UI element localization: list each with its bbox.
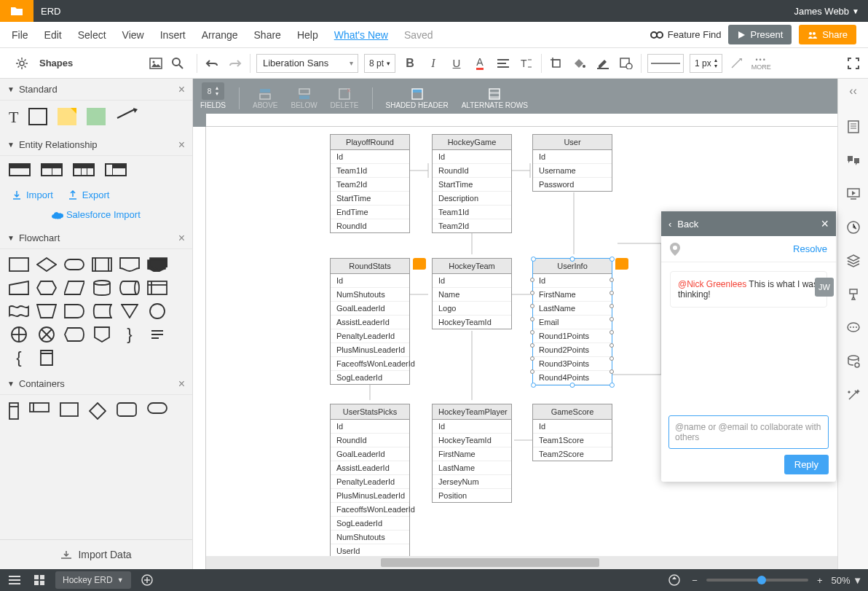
table-field[interactable]: Team1Score [533,434,612,447]
erd-table-userstatspicks[interactable]: UserStatsPicksIdRoundIdGoalLeaderIdAssis… [330,404,410,556]
resolve-link[interactable]: Resolve [793,243,827,254]
table-field[interactable]: HockeyTeamId [433,316,511,329]
table-header[interactable]: UserStatsPicks [331,404,409,420]
zoom-fit-icon[interactable] [666,571,683,589]
table-field[interactable]: UserId [331,544,409,556]
table-header[interactable]: HockeyTeamPlayer [433,404,511,420]
block-shape[interactable] [87,108,106,125]
fc-data[interactable] [64,280,84,296]
ct-pill[interactable] [147,402,167,420]
text-color-icon[interactable]: A [471,55,489,72]
underline-icon[interactable]: U [448,55,465,72]
fc-internal[interactable] [147,280,167,296]
font-size-select[interactable]: 8 pt▾ [364,54,395,73]
zoom-slider[interactable] [706,579,808,582]
table-header[interactable]: GameScore [533,404,612,420]
scrollbar-horizontal[interactable] [206,556,837,569]
rect-shape[interactable] [28,108,47,125]
erd-table-gamescore[interactable]: GameScoreIdTeam1ScoreTeam2Score [532,404,612,461]
list-view-icon[interactable] [6,571,23,589]
delete-field[interactable]: ×DELETE [331,88,359,109]
line-color-icon[interactable] [594,55,612,72]
menu-help[interactable]: Help [297,29,318,41]
fc-direct[interactable] [119,280,140,296]
layers-icon[interactable] [845,252,862,270]
data-link-icon[interactable] [845,353,862,370]
text-format-icon[interactable]: T [518,55,535,72]
present-icon[interactable] [845,185,862,203]
table-field[interactable]: Round3Points [533,357,612,371]
reply-button[interactable]: Reply [784,455,829,474]
note-shape[interactable] [58,108,76,125]
back-label[interactable]: Back [677,219,698,230]
fill-icon[interactable] [571,55,588,72]
magic-icon[interactable] [845,386,862,404]
crop-icon[interactable] [548,55,565,72]
fc-brace[interactable]: } [119,326,140,343]
fc-terminator[interactable] [64,257,84,273]
close-icon[interactable]: × [178,232,185,245]
collapse-icon[interactable]: ‹‹ [849,85,857,102]
er-shape-4[interactable] [105,163,127,176]
close-icon[interactable]: × [821,216,829,232]
table-header[interactable]: PlayoffRound [331,135,409,150]
fc-tape[interactable] [9,303,29,319]
ct-diamond[interactable] [89,402,106,420]
table-field[interactable]: HockeyTeamId [433,434,511,447]
containers-section[interactable]: ▼Containers × [0,373,192,395]
table-field[interactable]: Id [433,420,511,434]
table-field[interactable]: Email [533,316,612,329]
fc-offpage[interactable] [92,326,112,343]
comment-badge[interactable] [413,258,426,270]
document-title[interactable]: ERD [41,6,60,17]
table-field[interactable]: StartTime [331,192,409,206]
chat-icon[interactable] [845,319,862,337]
table-field[interactable]: AssistLeaderId [331,316,409,329]
fc-process[interactable] [9,257,29,273]
page-icon[interactable] [845,118,862,136]
erd-table-user[interactable]: UserIdUsernamePassword [532,134,612,192]
table-field[interactable]: Id [331,150,409,164]
table-field[interactable]: FaceoffsWonLeaderId [331,503,409,517]
table-field[interactable]: PenaltyLeaderId [331,329,409,343]
table-field[interactable]: Id [331,274,409,288]
add-page-icon[interactable] [138,571,156,589]
import-data-button[interactable]: Import Data [0,539,192,569]
table-field[interactable]: AssistLeaderId [331,461,409,475]
menu-file[interactable]: File [12,29,28,41]
er-shape-2[interactable] [41,163,63,176]
image-icon[interactable] [147,55,165,72]
erd-table-playoffround[interactable]: PlayoffRoundIdTeam1IdTeam2IdStartTimeEnd… [330,134,410,233]
table-field[interactable]: Team2Id [331,178,409,192]
flowchart-section[interactable]: ▼Flowchart × [0,227,192,249]
table-field[interactable]: Password [533,178,612,191]
ct-swim-v[interactable] [9,402,19,420]
table-field[interactable]: Username [533,164,612,178]
table-field[interactable]: Team1Id [331,164,409,178]
table-field[interactable]: LastName [533,302,612,316]
back-icon[interactable]: ‹ [668,219,671,230]
text-shape[interactable]: T [9,108,18,127]
erd-table-roundstats[interactable]: RoundStatsIdNumShutoutsGoalLeaderIdAssis… [330,258,410,385]
menu-insert[interactable]: Insert [160,29,186,41]
fc-sum[interactable] [36,326,57,343]
font-select[interactable]: Liberation Sans [256,54,358,73]
italic-icon[interactable]: I [425,55,442,72]
history-icon[interactable] [845,219,862,236]
comment-badge[interactable] [615,258,628,270]
shaded-header[interactable]: SHADED HEADER [386,88,449,109]
fc-or[interactable] [9,326,29,343]
close-icon[interactable]: × [178,377,185,391]
fc-manual-input[interactable] [9,280,29,296]
table-field[interactable]: Round2Points [533,343,612,357]
table-field[interactable]: Id [433,274,511,288]
table-field[interactable]: GoalLeaderId [331,447,409,461]
add-above[interactable]: ABOVE [253,88,277,109]
more-button[interactable]: ••• MORE [751,56,771,71]
fc-manual[interactable] [36,303,57,319]
table-field[interactable]: PlusMinusLeaderId [331,343,409,357]
fc-card[interactable] [36,350,57,366]
zoom-level[interactable]: 50% ▼ [831,575,862,586]
table-field[interactable]: Id [533,150,612,164]
table-field[interactable]: NumShutouts [331,288,409,302]
